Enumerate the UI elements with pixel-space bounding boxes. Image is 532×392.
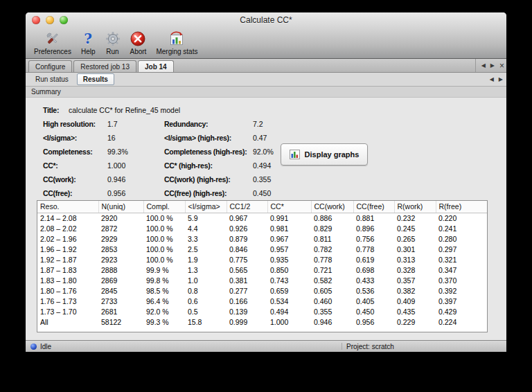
column-header-isigma[interactable]: <I/sigma> — [185, 201, 227, 213]
section-label: Summary — [31, 88, 61, 96]
summary-label2: <I/sigma> (high-res): — [164, 134, 253, 142]
result-tabbar: Run status Results ◀ ▶ — [26, 73, 506, 87]
summary-title-row: Title: calculate CC* for Refine_45 model — [43, 103, 493, 117]
toolbar-button-merging-stats[interactable]: Merging stats — [156, 30, 197, 55]
table-cell: 1.73 – 1.70 — [37, 307, 98, 317]
table-cell: 0.450 — [353, 307, 394, 317]
tab-scroll-left-icon[interactable]: ◀ — [490, 77, 494, 82]
toolbar-button-label: Run — [106, 48, 118, 55]
summary-label2: CC(free) (high-res): — [164, 189, 253, 197]
table-cell: 0.381 — [227, 276, 267, 286]
column-header-rwork[interactable]: R(work) — [394, 201, 436, 213]
column-header-ccstar[interactable]: CC* — [267, 201, 311, 213]
summary-grid: Title: calculate CC* for Refine_45 model… — [43, 103, 493, 200]
minimize-button[interactable] — [46, 16, 54, 24]
table-cell: 1.80 – 1.76 — [37, 286, 98, 296]
table-row[interactable]: 1.83 – 1.80286999.8 %1.00.3810.7430.5820… — [37, 276, 487, 286]
table-cell: 0.429 — [436, 307, 487, 317]
table-row[interactable]: 2.02 – 1.962929100.0 %3.30.8790.9670.811… — [37, 234, 487, 244]
toolbar: Preferences ? Help — [26, 28, 506, 58]
toolbar-button-run[interactable]: Run — [105, 30, 121, 55]
merging-stats-icon — [168, 30, 185, 47]
tab-results[interactable]: Results — [77, 73, 114, 85]
table-cell: 0.265 — [394, 234, 436, 244]
tab-configure[interactable]: Configure — [28, 60, 72, 72]
table-cell: 2920 — [98, 213, 143, 224]
summary-label2: Completeness (high-res): — [164, 148, 253, 156]
results-table-container[interactable]: Reso. N(uniq) Compl. <I/sigma> CC1/2 CC*… — [37, 200, 488, 332]
table-cell: 100.0 % — [143, 213, 185, 224]
table-cell: 3.3 — [185, 234, 227, 244]
table-cell: 0.879 — [227, 234, 267, 244]
table-row[interactable]: 1.73 – 1.70268192.0 %0.50.1390.4940.3550… — [37, 307, 487, 317]
summary-row: <I/sigma>:16<I/sigma> (high-res):0.47 — [43, 131, 493, 145]
table-row[interactable]: 2.14 – 2.082920100.0 %5.90.9670.9910.886… — [37, 213, 487, 224]
tab-scroll-left-icon[interactable]: ◀ — [481, 63, 486, 69]
run-icon — [105, 30, 121, 47]
summary-title-value: calculate CC* for Refine_45 model — [69, 106, 493, 114]
table-row[interactable]: 1.76 – 1.73273396.4 %0.60.1660.5340.4600… — [37, 296, 487, 307]
tab-restored-job-13[interactable]: Restored job 13 — [73, 60, 136, 72]
result-tab-nav-controls: ◀ ▶ — [490, 77, 503, 82]
toolbar-button-help[interactable]: ? Help — [81, 30, 96, 55]
table-cell: 100.0 % — [143, 255, 185, 265]
table-cell: 0.370 — [436, 276, 487, 286]
table-row[interactable]: All5812299.3 %15.80.9991.0000.9460.9560.… — [37, 317, 487, 328]
summary-label1: CC(free): — [43, 189, 107, 197]
summary-row: CC(work):0.946CC(work) (high-res):0.355 — [43, 172, 493, 186]
tab-job-14[interactable]: Job 14 — [138, 60, 174, 72]
table-cell: 99.9 % — [143, 265, 185, 276]
table-row[interactable]: 1.87 – 1.83288899.9 %1.30.5650.8500.7210… — [37, 265, 487, 276]
tab-label: Results — [83, 75, 108, 83]
table-cell: 0.392 — [436, 286, 487, 296]
help-icon: ? — [84, 30, 92, 47]
preferences-icon — [44, 30, 61, 47]
table-cell: 0.321 — [436, 255, 487, 265]
table-cell: 0.926 — [227, 224, 267, 234]
table-row[interactable]: 1.80 – 1.76284598.5 %0.80.2770.6590.6050… — [37, 286, 487, 296]
table-cell: 2845 — [98, 286, 143, 296]
column-header-ccwork[interactable]: CC(work) — [311, 201, 353, 213]
tab-scroll-right-icon[interactable]: ▶ — [499, 77, 503, 82]
table-cell: 0.220 — [436, 213, 487, 224]
table-cell: 0.659 — [267, 286, 311, 296]
tab-close-icon[interactable]: × — [499, 62, 504, 70]
table-cell: 0.775 — [227, 255, 267, 265]
close-button[interactable] — [32, 16, 40, 24]
table-cell: 4.4 — [185, 224, 227, 234]
table-cell: 0.313 — [394, 255, 436, 265]
titlebar[interactable]: Calculate CC* — [26, 12, 506, 28]
table-row[interactable]: 2.08 – 2.022872100.0 %4.40.9260.9810.829… — [37, 224, 487, 234]
column-header-cc12[interactable]: CC1/2 — [227, 201, 267, 213]
summary-row: CC(free):0.956CC(free) (high-res):0.450 — [43, 186, 493, 200]
table-cell: 2872 — [98, 224, 143, 234]
summary-value2: 0.47 — [253, 134, 493, 142]
zoom-button[interactable] — [60, 16, 68, 24]
toolbar-button-label: Preferences — [34, 48, 71, 55]
toolbar-button-abort[interactable]: Abort — [130, 30, 147, 55]
summary-label1: CC*: — [43, 161, 107, 170]
bar-chart-icon — [290, 150, 300, 159]
tab-run-status[interactable]: Run status — [29, 73, 75, 85]
toolbar-button-preferences[interactable]: Preferences — [34, 30, 71, 55]
table-cell: 5.9 — [185, 213, 227, 224]
column-header-compl[interactable]: Compl. — [143, 201, 185, 213]
column-header-nuniq[interactable]: N(uniq) — [98, 201, 143, 213]
table-row[interactable]: 1.96 – 1.922853100.0 %2.50.8460.9570.782… — [37, 244, 487, 255]
display-graphs-button[interactable]: Display graphs — [281, 143, 368, 166]
table-cell: 0.5 — [185, 307, 227, 317]
table-cell: 0.435 — [394, 307, 436, 317]
table-cell: 92.0 % — [143, 307, 185, 317]
column-header-reso[interactable]: Reso. — [37, 201, 98, 213]
column-header-rfree[interactable]: R(free) — [436, 201, 487, 213]
summary-row: CC*:1.000CC* (high-res):0.494 — [43, 159, 493, 172]
table-row[interactable]: 1.92 – 1.872923100.0 %1.90.7750.9350.778… — [37, 255, 487, 265]
table-cell: 2733 — [98, 296, 143, 307]
tab-scroll-right-icon[interactable]: ▶ — [490, 63, 495, 69]
table-cell: 1.87 – 1.83 — [37, 265, 98, 276]
summary-value2: 0.450 — [253, 189, 493, 197]
summary-label1: CC(work): — [43, 175, 107, 184]
table-cell: 2.02 – 1.96 — [37, 234, 98, 244]
table-cell: 0.229 — [394, 317, 436, 328]
column-header-ccfree[interactable]: CC(free) — [353, 201, 394, 213]
